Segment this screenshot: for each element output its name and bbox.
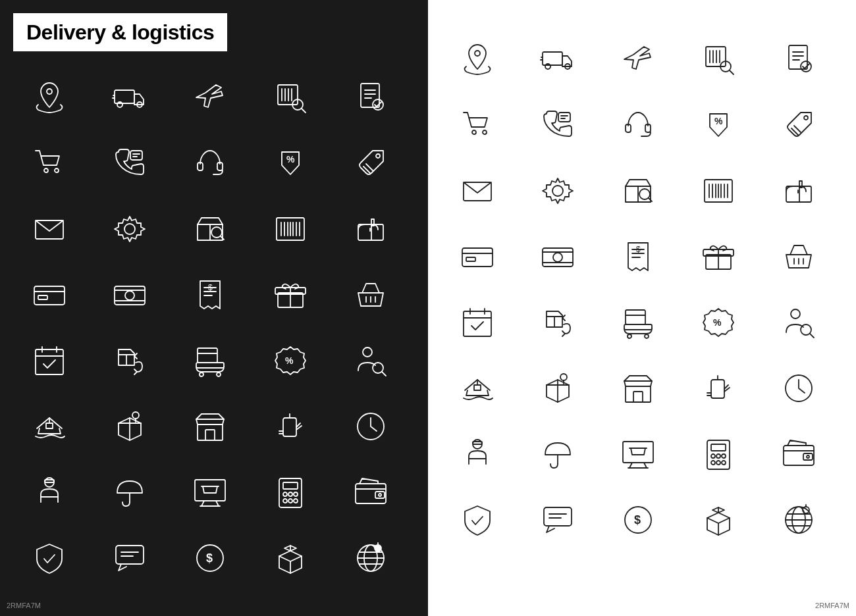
dark-panel: Delivery & logistics %: [0, 0, 428, 616]
icon-wallet-dark: [338, 463, 404, 522]
svg-point-240: [722, 461, 726, 465]
svg-rect-210: [474, 385, 481, 390]
svg-line-231: [644, 463, 647, 468]
svg-point-107: [288, 492, 292, 496]
svg-rect-49: [38, 295, 47, 299]
svg-rect-113: [375, 492, 385, 498]
icon-delivery-truck-dark: [97, 68, 163, 127]
icon-umbrella-dark: [97, 463, 163, 522]
svg-rect-100: [195, 480, 225, 501]
svg-rect-115: [116, 546, 144, 564]
icon-ship-dark: [16, 397, 82, 456]
svg-text:$: $: [208, 283, 213, 292]
icon-phone-chat-light: [525, 95, 591, 155]
icon-credit-card-light: [444, 227, 510, 286]
svg-line-102: [216, 501, 219, 506]
icon-price-tag-dark: [338, 134, 404, 193]
svg-point-108: [294, 492, 298, 496]
svg-text:%: %: [285, 355, 294, 366]
icon-mailbox-light: [766, 161, 832, 220]
icon-calculator-dark: [257, 463, 323, 522]
icon-calendar-check-dark: [16, 331, 82, 390]
icon-clock-light: [766, 359, 832, 418]
icon-courier-dark: [16, 463, 82, 522]
icon-open-box-light: [685, 490, 751, 550]
svg-text:%: %: [713, 317, 722, 328]
icon-envelope-light: [444, 161, 510, 220]
icon-cash-light: [525, 227, 591, 286]
icon-basket-light: [766, 227, 832, 286]
icon-shopping-cart-dark: [16, 134, 82, 193]
svg-rect-135: [706, 47, 726, 66]
icon-chat-dark: [97, 528, 163, 588]
icon-checklist-light: [766, 30, 832, 89]
icon-barcode-dark: [257, 199, 323, 259]
svg-point-30: [124, 224, 135, 234]
icon-luggage-tag-dark: [257, 397, 323, 456]
svg-point-110: [288, 499, 292, 503]
svg-text:$: $: [636, 245, 641, 254]
icon-headset-dark: [177, 134, 243, 193]
icon-location-pin-light: [444, 30, 510, 89]
icon-location-pin-dark: [16, 68, 82, 127]
svg-rect-98: [45, 480, 54, 482]
svg-point-203: [628, 334, 631, 338]
svg-rect-202: [624, 324, 652, 330]
svg-rect-50: [115, 286, 145, 305]
svg-rect-142: [789, 45, 807, 69]
svg-point-204: [645, 334, 649, 338]
svg-rect-218: [711, 380, 724, 398]
svg-point-114: [379, 494, 381, 496]
svg-line-79: [382, 372, 386, 376]
icon-conveyor-dark: [177, 331, 243, 390]
svg-point-77: [363, 347, 372, 357]
light-panel: % $: [428, 0, 856, 616]
icon-barcode-light: [685, 161, 751, 220]
title-box: Delivery & logistics: [13, 13, 227, 51]
svg-rect-229: [623, 442, 653, 463]
svg-point-18: [44, 168, 48, 172]
svg-point-155: [804, 116, 808, 120]
icon-phone-chat-dark: [97, 134, 163, 193]
icon-delivery-truck-light: [525, 30, 591, 89]
svg-rect-234: [711, 444, 726, 451]
icon-barcode-search-dark: [257, 68, 323, 127]
svg-rect-73: [196, 363, 224, 368]
svg-line-141: [730, 70, 734, 74]
icon-gear-dark: [97, 199, 163, 259]
icon-person-search-dark: [338, 331, 404, 390]
icon-umbrella-light: [525, 424, 591, 484]
svg-rect-178: [466, 257, 475, 261]
svg-rect-1: [115, 90, 134, 103]
svg-point-19: [55, 168, 59, 172]
icon-price-tag-light: [766, 95, 832, 155]
icon-mailbox-dark: [338, 199, 404, 259]
svg-rect-242: [803, 453, 813, 460]
svg-point-239: [716, 461, 720, 465]
icon-ship-light: [444, 359, 510, 418]
svg-point-148: [483, 130, 487, 134]
svg-rect-64: [36, 349, 63, 374]
icon-box-scan-light: [605, 161, 671, 220]
icon-dollar-coin-light: $: [605, 490, 671, 550]
svg-rect-244: [544, 507, 572, 526]
icon-cash-dark: [97, 265, 163, 324]
svg-point-109: [283, 499, 287, 503]
icon-chat-light: [525, 490, 591, 550]
svg-point-243: [807, 455, 809, 458]
icon-globe-location-light: [766, 490, 832, 550]
icon-wallet-light: [766, 424, 832, 484]
icon-gift-dark: [257, 265, 323, 324]
svg-rect-193: [464, 311, 491, 336]
icon-airplane-dark: [177, 68, 243, 127]
svg-rect-86: [198, 424, 223, 440]
icon-receipt-light: $: [605, 227, 671, 286]
icon-person-search-light: [766, 293, 832, 352]
svg-rect-130: [543, 52, 562, 65]
icon-package-exchange-dark: [97, 331, 163, 390]
svg-point-159: [552, 186, 563, 196]
svg-point-51: [125, 291, 134, 300]
icon-calculator-light: [685, 424, 751, 484]
svg-point-235: [711, 454, 715, 458]
icon-percent-badge-light: %: [685, 293, 751, 352]
